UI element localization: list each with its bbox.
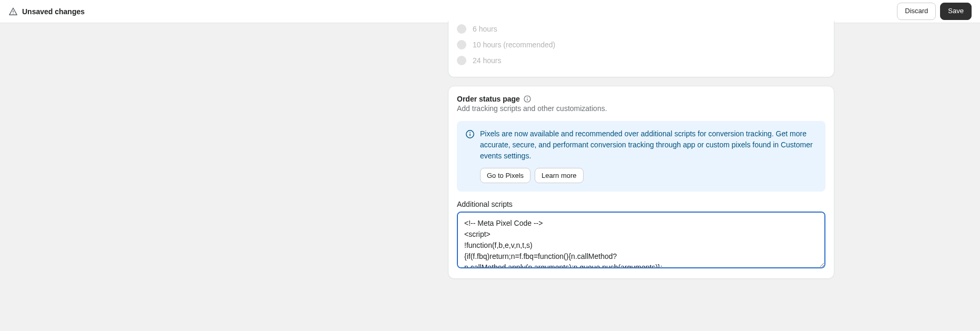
banner-actions: Go to Pixels Learn more <box>480 168 817 183</box>
abandoned-duration-card: 6 hours 10 hours (recommended) 24 hours <box>448 21 834 77</box>
card-title: Order status page <box>457 95 520 103</box>
svg-point-1 <box>13 13 13 14</box>
unsaved-changes-bar: Unsaved changes Discard Save <box>0 0 980 23</box>
radio-option-10h[interactable]: 10 hours (recommended) <box>457 37 825 53</box>
radio-option-6h[interactable]: 6 hours <box>457 21 825 37</box>
radio-option-24h[interactable]: 24 hours <box>457 53 825 68</box>
svg-point-7 <box>469 132 471 133</box>
banner-body: Pixels are now available and recommended… <box>480 128 817 183</box>
top-bar-actions: Discard Save <box>897 3 972 19</box>
radio-icon <box>457 24 466 34</box>
info-icon <box>465 128 475 183</box>
info-icon[interactable] <box>523 95 532 103</box>
unsaved-changes-title: Unsaved changes <box>22 7 85 16</box>
additional-scripts-textarea[interactable] <box>457 212 825 268</box>
radio-label: 10 hours (recommended) <box>473 41 555 49</box>
order-status-page-card: Order status page Add tracking scripts a… <box>448 86 834 279</box>
svg-point-4 <box>527 97 527 97</box>
card-header: Order status page <box>457 95 825 103</box>
radio-icon <box>457 40 466 49</box>
go-to-pixels-button[interactable]: Go to Pixels <box>480 168 530 183</box>
discard-button[interactable]: Discard <box>897 3 936 19</box>
banner-text: Pixels are now available and recommended… <box>480 128 817 162</box>
warning-icon <box>8 7 18 16</box>
top-bar-left: Unsaved changes <box>8 7 85 16</box>
pixels-info-banner: Pixels are now available and recommended… <box>457 121 825 192</box>
page-content: 6 hours 10 hours (recommended) 24 hours … <box>0 23 980 310</box>
card-subtitle: Add tracking scripts and other customiza… <box>457 104 825 113</box>
learn-more-button[interactable]: Learn more <box>535 168 583 183</box>
radio-icon <box>457 56 466 65</box>
additional-scripts-label: Additional scripts <box>457 200 825 208</box>
radio-label: 24 hours <box>473 56 501 65</box>
save-button[interactable]: Save <box>940 3 972 19</box>
radio-label: 6 hours <box>473 25 497 33</box>
